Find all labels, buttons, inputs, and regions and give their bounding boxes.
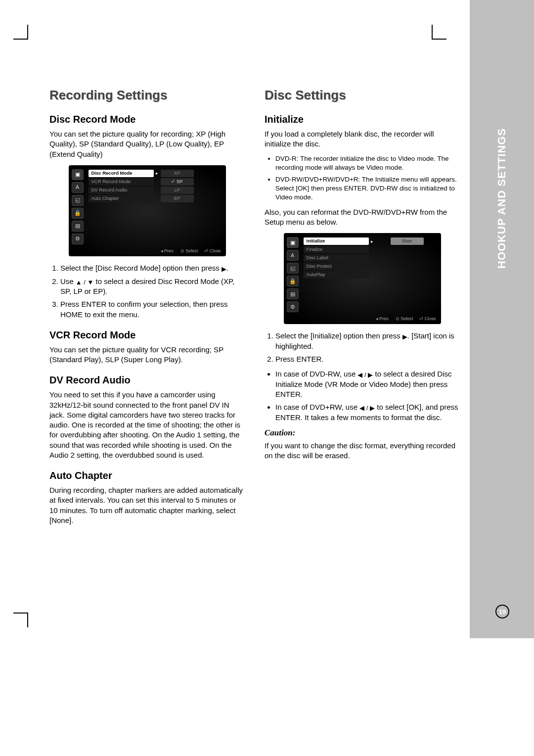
osd-icon: ◱ — [287, 263, 299, 274]
osd-item: Auto Chapter — [89, 195, 154, 202]
body-text: You need to set this if you have a camco… — [49, 390, 245, 460]
osd-footer: ◂ Prev. ⊙ Select ⏎ Close — [71, 246, 224, 254]
osd-footer-prev: ◂ Prev. — [161, 248, 175, 253]
crop-mark — [27, 25, 28, 40]
list-item: Use ▲ / ▼ to select a desired Disc Recor… — [60, 277, 245, 297]
osd-item: DV Record Audio — [89, 187, 154, 194]
osd-icon: A — [72, 182, 84, 193]
osd-item: Finalize — [304, 246, 369, 253]
caution-heading: Caution: — [265, 427, 460, 439]
step-list: Select the [Disc Record Mode] option the… — [49, 263, 245, 320]
osd-value: SP — [161, 178, 194, 186]
osd-footer-select: ⊙ Select — [180, 248, 198, 253]
section-tab: HOOKUP AND SETTINGS 19 — [470, 0, 534, 638]
osd-menu: Initialize▸Start Finalize Disc Label Dis… — [303, 235, 439, 314]
osd-icon: ⚙ — [72, 234, 84, 244]
osd-footer-select: ⊙ Select — [396, 316, 413, 321]
osd-icon: ▤ — [287, 288, 299, 299]
body-text: During recording, chapter markers are ad… — [49, 485, 245, 525]
list-item: Press ENTER. — [275, 354, 460, 364]
osd-screenshot-record: ▣ A ◱ 🔒 ▤ ⚙ Disc Record Mode▸XP VCR Reco… — [69, 165, 226, 256]
osd-item: Disc Protect — [304, 263, 369, 270]
manual-page: HOOKUP AND SETTINGS 19 Recording Setting… — [0, 0, 534, 756]
crop-mark — [27, 613, 28, 627]
right-arrow-icon: ▶ — [222, 265, 226, 273]
osd-menu: Disc Record Mode▸XP VCR Record ModeSP DV… — [88, 167, 224, 246]
osd-icon: 🔒 — [72, 208, 84, 219]
list-item: Select the [Disc Record Mode] option the… — [60, 263, 245, 274]
osd-value: LP — [161, 187, 194, 194]
left-column: Recording Settings Disc Record Mode You … — [49, 87, 245, 530]
section-tab-label: HOOKUP AND SETTINGS — [495, 170, 508, 269]
list-item: DVD-RW/DVD+RW/DVD+R: The Initialize menu… — [275, 175, 460, 202]
list-item: Press ENTER to confirm your selection, t… — [60, 299, 245, 320]
bullet-list: DVD-R: The recorder initialize the disc … — [265, 154, 460, 202]
osd-screenshot-disc: ▣ A ◱ 🔒 ▤ ⚙ Initialize▸Start Finalize Di… — [284, 233, 441, 324]
osd-item: Disc Label — [304, 254, 369, 262]
osd-icon: ▤ — [72, 221, 84, 232]
crop-mark — [13, 39, 28, 40]
osd-arrow-icon: ▸ — [155, 170, 160, 176]
osd-footer-close: ⏎ Close — [204, 248, 221, 253]
subsection-heading: Disc Record Mode — [49, 113, 245, 126]
list-item: DVD-R: The recorder initialize the disc … — [275, 154, 460, 172]
osd-icon: ▣ — [72, 169, 84, 180]
osd-start-button: Start — [391, 237, 424, 245]
body-text: You can set the picture quality for VCR … — [49, 345, 245, 365]
osd-item: Disc Record Mode — [89, 170, 154, 177]
subsection-heading: DV Record Audio — [49, 374, 245, 387]
osd-icon-rail: ▣ A ◱ 🔒 ▤ ⚙ — [71, 167, 88, 246]
osd-icon-rail: ▣ A ◱ 🔒 ▤ ⚙ — [286, 235, 303, 314]
body-text: You can set the picture quality for reco… — [49, 129, 245, 159]
section-title: Disc Settings — [265, 87, 460, 104]
osd-icon: ▣ — [287, 237, 299, 248]
body-text: If you load a completely blank disc, the… — [265, 129, 460, 149]
section-title: Recording Settings — [49, 87, 245, 104]
osd-footer-close: ⏎ Close — [419, 316, 436, 321]
list-item: In case of DVD+RW, use ◀ / ▶ to select [… — [275, 402, 460, 423]
crop-mark — [13, 613, 28, 614]
osd-value: EP — [161, 195, 194, 202]
right-arrow-icon: ▶ — [402, 333, 407, 340]
body-text: Also, you can reformat the DVD-RW/DVD+RW… — [265, 207, 460, 228]
crop-mark — [432, 39, 446, 40]
up-down-arrow-icon: ▲ / ▼ — [76, 279, 94, 286]
osd-arrow-icon: ▸ — [370, 238, 375, 244]
subsection-heading: VCR Record Mode — [49, 329, 245, 342]
osd-icon: ⚙ — [287, 301, 299, 312]
left-right-arrow-icon: ◀ / ▶ — [359, 404, 375, 412]
bullet-list: In case of DVD-RW, use ◀ / ▶ to select a… — [265, 369, 460, 423]
step-list: Select the [Initialize] option then pres… — [265, 331, 460, 364]
body-text: If you want to change the disc format, e… — [265, 441, 460, 461]
subsection-heading: Auto Chapter — [49, 469, 245, 482]
right-column: Disc Settings Initialize If you load a c… — [265, 87, 460, 530]
subsection-heading: Initialize — [265, 113, 460, 126]
osd-value: XP — [161, 170, 194, 177]
left-right-arrow-icon: ◀ / ▶ — [357, 371, 373, 378]
osd-item: VCR Record Mode — [89, 178, 154, 186]
page-number: 19 — [495, 605, 509, 618]
osd-icon: ◱ — [72, 195, 84, 206]
osd-footer-prev: ◂ Prev. — [376, 316, 390, 321]
osd-item: AutoPlay — [304, 271, 369, 279]
list-item: Select the [Initialize] option then pres… — [275, 331, 460, 351]
crop-mark — [432, 25, 433, 40]
content-columns: Recording Settings Disc Record Mode You … — [49, 87, 460, 530]
osd-icon: A — [287, 250, 299, 261]
osd-footer: ◂ Prev. ⊙ Select ⏎ Close — [286, 314, 439, 322]
osd-icon: 🔒 — [287, 276, 299, 286]
osd-item: Initialize — [304, 237, 369, 245]
list-item: In case of DVD-RW, use ◀ / ▶ to select a… — [275, 369, 460, 399]
